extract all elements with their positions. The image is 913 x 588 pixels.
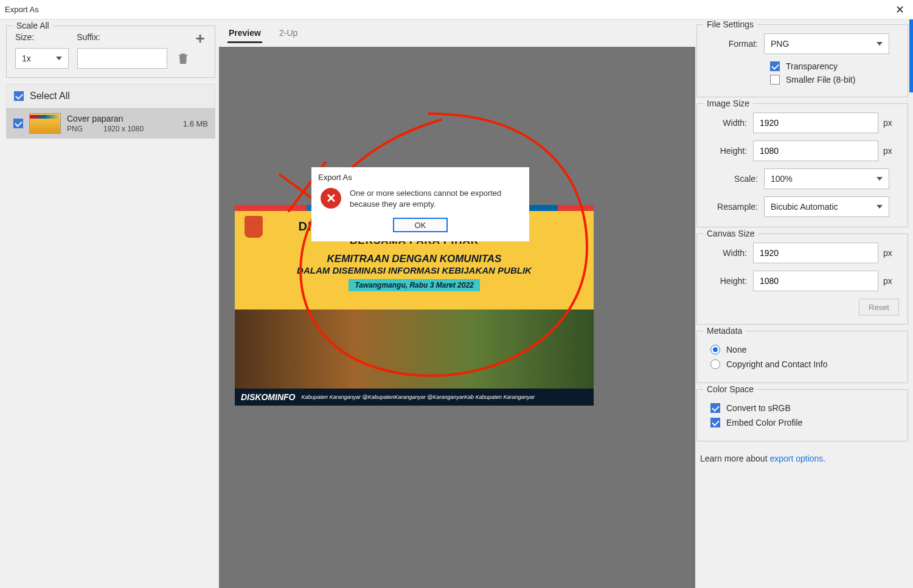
suffix-input[interactable] — [77, 48, 167, 69]
artwork-logo-icon — [245, 216, 263, 238]
error-icon — [321, 188, 341, 209]
scale-all-fieldset: Scale All Size: Suffix: 1x — [6, 26, 215, 78]
embed-profile-checkbox[interactable] — [710, 418, 720, 427]
trash-icon — [176, 51, 190, 66]
resample-select[interactable]: Bicubic Automatic — [764, 196, 889, 217]
convert-srgb-label: Convert to sRGB — [726, 403, 791, 413]
preview-tabs: Preview 2-Up — [219, 19, 695, 43]
dialog-message: One or more selections cannot be exporte… — [350, 188, 520, 209]
img-height-label: Height: — [706, 146, 753, 156]
format-label: Format: — [706, 39, 764, 49]
size-select[interactable]: 1x — [15, 48, 69, 69]
ok-button[interactable]: OK — [393, 218, 448, 232]
convert-srgb-checkbox[interactable] — [710, 403, 720, 413]
resample-value: Bicubic Automatic — [771, 202, 838, 212]
file-settings-fieldset: File Settings Format: PNG Transparency S… — [696, 24, 908, 97]
artwork-line4: DALAM DISEMINASI INFORMASI KEBIJAKAN PUB… — [246, 265, 583, 275]
chevron-down-icon — [877, 177, 883, 181]
reset-button[interactable]: Reset — [859, 299, 899, 316]
select-all-label: Select All — [30, 91, 70, 102]
chevron-down-icon — [56, 57, 62, 60]
unit-px: px — [883, 248, 899, 258]
artwork-footer-brand: DISKOMINFO — [241, 392, 295, 402]
chevron-down-icon — [877, 42, 883, 46]
asset-info: Cover paparan PNG 1920 x 1080 — [67, 114, 177, 133]
artwork-date: Tawangmangu, Rabu 3 Maret 2022 — [349, 279, 480, 291]
right-edge-accent — [909, 19, 913, 92]
smaller-file-checkbox[interactable] — [770, 75, 780, 85]
cv-height-label: Height: — [706, 276, 753, 286]
transparency-checkbox[interactable] — [770, 61, 780, 71]
asset-name: Cover paparan — [67, 114, 177, 123]
metadata-none-radio[interactable] — [710, 345, 720, 355]
right-panel: File Settings Format: PNG Transparency S… — [695, 19, 913, 588]
artwork-line3: KEMITRAAN DENGAN KOMUNITAS — [246, 253, 583, 265]
size-select-value: 1x — [22, 54, 31, 63]
select-all-checkbox[interactable] — [14, 91, 24, 101]
asset-filesize: 1.6 MB — [183, 119, 208, 128]
metadata-fieldset: Metadata None Copyright and Contact Info — [696, 331, 908, 383]
select-all-bar: Select All — [6, 84, 215, 108]
asset-thumbnail — [29, 113, 61, 134]
asset-format: PNG — [67, 125, 83, 133]
embed-profile-label: Embed Color Profile — [726, 418, 802, 427]
img-width-input[interactable] — [753, 112, 878, 133]
tab-2up[interactable]: 2-Up — [278, 24, 299, 43]
scale-label: Scale: — [706, 174, 764, 184]
unit-px: px — [883, 276, 899, 286]
asset-checkbox[interactable] — [13, 119, 23, 128]
cv-width-label: Width: — [706, 248, 753, 258]
color-space-legend: Color Space — [703, 384, 757, 394]
size-label: Size: — [15, 32, 34, 42]
file-settings-legend: File Settings — [703, 19, 757, 29]
cv-width-input[interactable] — [753, 243, 878, 263]
chevron-down-icon — [877, 205, 883, 209]
cv-height-input[interactable] — [753, 271, 878, 291]
dialog-title: Export As — [312, 168, 529, 184]
artwork-footer-social: Kabupaten Karanganyar @KabupatenKarangan… — [301, 394, 535, 400]
metadata-legend: Metadata — [703, 326, 746, 336]
learn-more-text: Learn more about export options. — [696, 448, 908, 463]
window-title: Export As — [5, 5, 39, 14]
close-icon[interactable]: ✕ — [892, 3, 908, 16]
asset-dimensions: 1920 x 1080 — [103, 125, 144, 133]
left-panel: Scale All Size: Suffix: 1x Select All — [0, 19, 219, 588]
export-options-link[interactable]: export options. — [769, 454, 825, 463]
format-select[interactable]: PNG — [764, 33, 889, 54]
image-size-legend: Image Size — [703, 99, 753, 108]
learn-more-prefix: Learn more about — [700, 454, 769, 463]
canvas-size-fieldset: Canvas Size Width: px Height: px Reset — [696, 233, 908, 325]
preview-canvas: DISE IK BERSAMA PARA PIHAK KEMITRAAN DEN… — [219, 47, 695, 588]
img-height-input[interactable] — [753, 140, 878, 161]
scale-all-legend: Scale All — [13, 21, 53, 30]
metadata-copyright-label: Copyright and Contact Info — [726, 359, 828, 369]
center-panel: Preview 2-Up DISE IK BERSAMA PARA PIHAK … — [219, 19, 695, 588]
add-size-button[interactable] — [193, 31, 207, 46]
image-size-fieldset: Image Size Width: px Height: px Scale: 1… — [696, 103, 908, 227]
format-value: PNG — [771, 39, 789, 49]
unit-px: px — [883, 118, 899, 128]
img-width-label: Width: — [706, 118, 753, 128]
smaller-file-label: Smaller File (8-bit) — [786, 75, 855, 85]
suffix-label: Suffix: — [77, 32, 100, 42]
tab-preview[interactable]: Preview — [227, 24, 262, 43]
resample-label: Resample: — [706, 202, 764, 212]
scale-select[interactable]: 100% — [764, 168, 889, 189]
metadata-none-label: None — [726, 345, 746, 355]
canvas-size-legend: Canvas Size — [703, 229, 759, 238]
titlebar: Export As ✕ — [0, 0, 913, 19]
delete-size-button[interactable] — [176, 51, 190, 66]
asset-row[interactable]: Cover paparan PNG 1920 x 1080 1.6 MB — [6, 108, 215, 139]
main-area: Scale All Size: Suffix: 1x Select All — [0, 19, 913, 588]
color-space-fieldset: Color Space Convert to sRGB Embed Color … — [696, 389, 908, 441]
scale-value: 100% — [771, 174, 793, 184]
metadata-copyright-radio[interactable] — [710, 359, 720, 369]
unit-px: px — [883, 146, 899, 156]
error-dialog: Export As One or more selections cannot … — [311, 167, 529, 241]
transparency-label: Transparency — [786, 61, 838, 71]
